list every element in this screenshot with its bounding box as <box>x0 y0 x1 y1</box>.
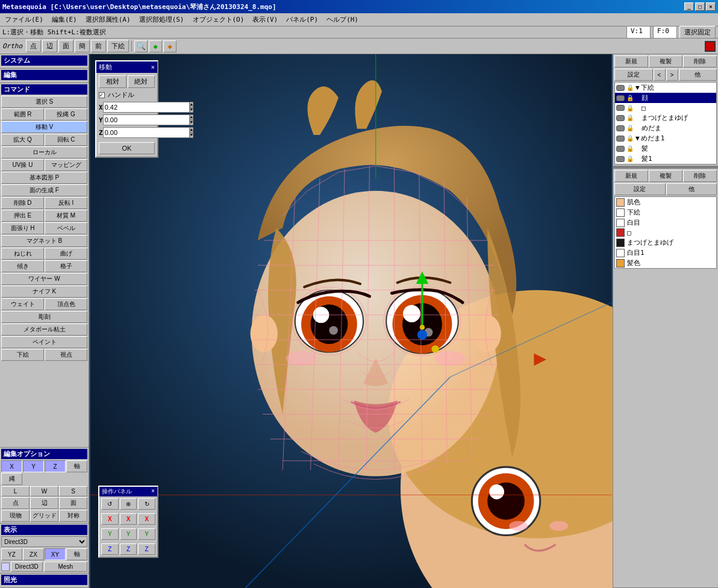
cmd-wire[interactable]: ワイヤー W <box>1 273 87 285</box>
other-object-btn[interactable]: 他 <box>679 69 717 81</box>
cmd-material[interactable]: 材質 M <box>45 210 87 222</box>
op-z-neg[interactable]: Z <box>101 543 119 555</box>
mat-item-haircolor[interactable]: 髪色 <box>615 258 716 268</box>
opt-s-btn[interactable]: S <box>59 486 87 496</box>
mesh-btn[interactable]: Mesh <box>44 561 88 572</box>
axis-zx-btn[interactable]: ZX <box>23 548 44 560</box>
color-swatch[interactable] <box>705 41 716 52</box>
maximize-btn[interactable]: □ <box>695 2 705 11</box>
copy-material-btn[interactable]: 複製 <box>649 170 682 182</box>
cmd-bend[interactable]: 曲げ <box>45 248 87 260</box>
new-material-btn[interactable]: 新規 <box>614 170 648 182</box>
tree-item-face[interactable]: 🔒 顔 <box>615 93 716 103</box>
mat-item-whiteeye[interactable]: 白目 <box>615 217 716 228</box>
menu-select-proc[interactable]: 選択部処理(S) <box>136 14 188 25</box>
menu-edit[interactable]: 編集(E) <box>48 14 81 25</box>
relative-btn[interactable]: 相対 <box>99 75 126 88</box>
tree-item-bgimage[interactable]: 🔒 ▼ 下絵 <box>615 83 716 93</box>
tree-item-eyeball1[interactable]: 🔒 ▼ めだま1 <box>615 133 716 143</box>
absolute-btn[interactable]: 絶対 <box>128 75 155 88</box>
op-center[interactable]: ⊕ <box>120 498 137 510</box>
cmd-primitive[interactable]: 基本図形 P <box>1 172 87 184</box>
opt-l-btn[interactable]: L <box>1 486 30 496</box>
tree-item-hair1[interactable]: 🔒 髪1 <box>615 154 716 164</box>
y-spin-down[interactable]: ▼ <box>190 120 193 125</box>
op-rotate-left[interactable]: ↺ <box>101 498 119 510</box>
y-spin-up[interactable]: ▲ <box>190 114 193 120</box>
cmd-viewpoint[interactable]: 視点 <box>45 349 87 361</box>
view-bg-btn[interactable]: 下絵 <box>107 40 129 52</box>
opt-w-btn[interactable]: W <box>30 486 58 496</box>
left-nav-btn[interactable]: < <box>654 69 666 81</box>
delete-material-btn[interactable]: 削除 <box>683 170 717 182</box>
handle-checkbox[interactable] <box>99 92 105 98</box>
tree-item-box[interactable]: 🔒 □ <box>615 103 716 113</box>
cmd-weight[interactable]: ウェイト <box>1 298 44 310</box>
right-nav-btn[interactable]: > <box>666 69 678 81</box>
select-point-btn[interactable]: 点 <box>1 497 30 509</box>
op-y-pos[interactable]: Y <box>138 528 155 540</box>
cmd-sculpt[interactable]: 彫刻 <box>1 311 87 323</box>
cmd-extrude[interactable]: 押出 E <box>1 210 44 222</box>
op-y-center[interactable]: Y <box>120 528 137 540</box>
new-object-btn[interactable]: 新規 <box>614 55 648 67</box>
z-spin-down[interactable]: ▼ <box>190 133 193 138</box>
cmd-face-gen[interactable]: 面の生成 F <box>1 184 87 196</box>
axis-z-btn[interactable]: Z <box>45 460 66 472</box>
x-spin-up[interactable]: ▲ <box>190 102 193 107</box>
cmd-slope[interactable]: 傾き <box>1 260 44 272</box>
cmd-scale[interactable]: 拡大 Q <box>1 134 44 146</box>
delete-object-btn[interactable]: 削除 <box>683 55 717 67</box>
select-edge-btn[interactable]: 辺 <box>30 497 58 509</box>
display-mode-select[interactable]: Direct3D <box>1 536 87 547</box>
menu-object[interactable]: オブジェクト(O) <box>189 14 248 25</box>
close-btn[interactable]: × <box>706 2 716 11</box>
y-input[interactable] <box>103 114 190 125</box>
ok-btn[interactable]: OK <box>99 142 155 154</box>
settings-object-btn[interactable]: 設定 <box>614 69 653 81</box>
view-face-btn[interactable]: 面 <box>58 40 73 52</box>
axis-xy-btn[interactable]: XY <box>45 548 66 560</box>
view-simple-btn[interactable]: 簡 <box>75 40 90 52</box>
mat-item-underpainting[interactable]: 下絵 <box>615 207 716 217</box>
cmd-rotate[interactable]: 回転 C <box>45 134 87 146</box>
x-spin-down[interactable]: ▼ <box>190 107 193 113</box>
mat-item-mouth[interactable]: □ <box>615 228 716 237</box>
select-face-btn[interactable]: 面 <box>59 497 87 509</box>
op-z-pos[interactable]: Z <box>138 543 155 555</box>
cmd-select[interactable]: 選択 S <box>1 96 87 108</box>
cmd-uv[interactable]: UV操 U <box>1 159 44 171</box>
axis-yz-btn[interactable]: YZ <box>1 548 22 560</box>
rotate-icon[interactable]: ◆ <box>163 40 176 52</box>
op-rotate-right[interactable]: ↻ <box>138 498 155 510</box>
title-bar-controls[interactable]: _ □ × <box>684 2 716 11</box>
cmd-lasso[interactable]: 投縄 G <box>45 108 87 120</box>
snap-actual-btn[interactable]: 現物 <box>1 510 30 522</box>
center-viewport[interactable]: 移動 × 相対 絶対 ハンドル X ▲ ▼ <box>89 54 613 588</box>
copy-object-btn[interactable]: 複製 <box>649 55 682 67</box>
move-dialog-close[interactable]: × <box>151 63 155 71</box>
snap-grid-btn[interactable]: グリッド <box>30 510 58 522</box>
cmd-range[interactable]: 範囲 R <box>1 108 44 120</box>
cmd-bevel[interactable]: ベベル <box>45 222 87 234</box>
minimize-btn[interactable]: _ <box>684 2 694 11</box>
other-material-btn[interactable]: 他 <box>666 183 717 195</box>
x-input[interactable] <box>103 102 190 113</box>
cmd-magnet[interactable]: マグネット B <box>1 235 87 247</box>
cmd-grid[interactable]: 格子 <box>45 260 87 272</box>
mat-item-skin[interactable]: 肌色 <box>615 197 716 207</box>
menu-help[interactable]: ヘルプ(H) <box>323 14 362 25</box>
cmd-move[interactable]: 移動 V <box>1 121 87 133</box>
menu-view[interactable]: 表示(V) <box>249 14 281 25</box>
z-spin-up[interactable]: ▲ <box>190 127 193 133</box>
op-x-pos[interactable]: X <box>138 513 155 525</box>
axis-x-btn[interactable]: X <box>1 460 22 472</box>
cmd-bg-image[interactable]: 下絵 <box>1 349 44 361</box>
op-x-neg[interactable]: X <box>101 513 119 525</box>
op-panel-close[interactable]: × <box>151 487 155 496</box>
cmd-metaball[interactable]: メタボール粘土 <box>1 324 87 336</box>
cmd-mapping[interactable]: マッピング <box>45 159 87 171</box>
tree-item-eyelash[interactable]: 🔒 まつげとまゆげ <box>615 113 716 123</box>
cmd-vertex-color[interactable]: 頂点色 <box>45 298 87 310</box>
sym-btn[interactable]: 対称 <box>59 510 87 522</box>
